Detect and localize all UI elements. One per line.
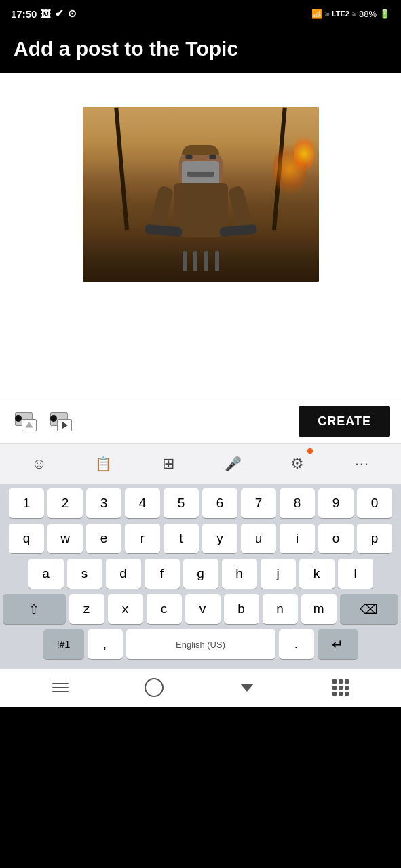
keyboard-row-special: !#1 , English (US) . ↵ xyxy=(3,629,398,659)
images-icon xyxy=(15,411,37,433)
keyboard: 1 2 3 4 5 6 7 8 9 0 q w e r t y u i o p … xyxy=(0,484,401,669)
key-2[interactable]: 2 xyxy=(47,488,83,518)
key-m[interactable]: m xyxy=(301,594,337,624)
settings-icon xyxy=(290,455,304,473)
content-area xyxy=(0,73,401,399)
page-title: Add a post to the Topic xyxy=(14,37,387,61)
page-header: Add a post to the Topic xyxy=(0,27,401,73)
microphone-button[interactable] xyxy=(218,450,247,478)
status-bar: 17:50 🖼 ✔ ⊙ 📶 ᵢₗₗ LTE2 ᵢₗₗ 88% 🔋 xyxy=(0,0,401,27)
key-7[interactable]: 7 xyxy=(241,488,276,518)
bottom-nav xyxy=(0,669,401,707)
image-container xyxy=(83,107,319,282)
video-button[interactable] xyxy=(46,408,76,435)
key-z[interactable]: z xyxy=(69,594,104,624)
home-icon xyxy=(145,678,164,697)
battery-icon: 🔋 xyxy=(379,9,390,19)
back-icon xyxy=(240,684,254,692)
keyboard-nav-icon xyxy=(332,679,349,696)
space-key[interactable]: English (US) xyxy=(126,629,275,659)
key-x[interactable]: x xyxy=(108,594,143,624)
key-v[interactable]: v xyxy=(185,594,221,624)
clipboard-button[interactable] xyxy=(90,450,118,478)
language-button[interactable] xyxy=(154,450,183,478)
key-t[interactable]: t xyxy=(164,524,199,553)
keyboard-toolbar xyxy=(0,444,401,484)
key-p[interactable]: p xyxy=(357,524,392,553)
enter-key[interactable]: ↵ xyxy=(318,629,358,659)
key-6[interactable]: 6 xyxy=(202,488,237,518)
key-0[interactable]: 0 xyxy=(357,488,392,518)
key-o[interactable]: o xyxy=(318,524,354,553)
emoji-button[interactable] xyxy=(25,450,54,478)
recent-apps-icon xyxy=(52,683,69,692)
keyboard-row-asdf: a s d f g h j k l xyxy=(3,559,398,589)
key-j[interactable]: j xyxy=(261,559,296,589)
key-w[interactable]: w xyxy=(47,524,83,553)
language-icon xyxy=(162,455,174,473)
post-image xyxy=(83,107,319,282)
keyboard-row-zxcv: ⇧ z x c v b n m ⌫ xyxy=(3,594,398,624)
period-key[interactable]: . xyxy=(279,629,314,659)
backspace-key[interactable]: ⌫ xyxy=(340,594,398,624)
more-button[interactable] xyxy=(347,450,376,478)
key-h[interactable]: h xyxy=(222,559,257,589)
key-g[interactable]: g xyxy=(183,559,218,589)
images-button[interactable] xyxy=(11,408,41,435)
wifi-icon: 📶 xyxy=(311,9,322,19)
signal-icon: ᵢₗₗ xyxy=(325,9,329,18)
key-c[interactable]: c xyxy=(147,594,182,624)
create-button[interactable]: CREATE xyxy=(299,406,390,437)
check-icon: ✔ xyxy=(55,7,64,20)
comma-key[interactable]: , xyxy=(88,629,123,659)
key-l[interactable]: l xyxy=(338,559,373,589)
key-a[interactable]: a xyxy=(28,559,64,589)
key-u[interactable]: u xyxy=(241,524,276,553)
microphone-icon xyxy=(225,455,242,473)
recent-apps-button[interactable] xyxy=(43,675,77,700)
key-s[interactable]: s xyxy=(67,559,102,589)
keyboard-row-qwerty: q w e r t y u i o p xyxy=(3,524,398,553)
key-f[interactable]: f xyxy=(145,559,180,589)
lte-label: LTE2 xyxy=(332,9,349,18)
key-q[interactable]: q xyxy=(9,524,44,553)
clipboard-icon xyxy=(95,455,112,473)
photo-icon: 🖼 xyxy=(41,8,51,20)
settings-notification-dot xyxy=(307,448,313,454)
key-9[interactable]: 9 xyxy=(318,488,354,518)
key-e[interactable]: e xyxy=(86,524,121,553)
figure-head xyxy=(178,149,223,186)
settings-button[interactable] xyxy=(283,450,311,478)
key-r[interactable]: r xyxy=(125,524,160,553)
figure-arm-left xyxy=(147,186,174,235)
key-y[interactable]: y xyxy=(202,524,237,553)
figure-arm-right xyxy=(227,186,254,235)
key-4[interactable]: 4 xyxy=(125,488,160,518)
key-8[interactable]: 8 xyxy=(280,488,315,518)
status-right: 📶 ᵢₗₗ LTE2 ᵢₗₗ 88% 🔋 xyxy=(311,9,390,19)
status-time: 17:50 xyxy=(11,8,37,20)
shift-key[interactable]: ⇧ xyxy=(3,594,66,624)
more-icon xyxy=(355,455,369,473)
key-3[interactable]: 3 xyxy=(86,488,121,518)
key-b[interactable]: b xyxy=(224,594,259,624)
scene-figure xyxy=(147,149,255,264)
key-1[interactable]: 1 xyxy=(9,488,44,518)
camera-icon: ⊙ xyxy=(68,7,77,20)
post-toolbar: CREATE xyxy=(0,399,401,444)
key-k[interactable]: k xyxy=(299,559,335,589)
emoji-icon xyxy=(31,455,46,473)
symbols-key[interactable]: !#1 xyxy=(43,629,84,659)
keyboard-row-numbers: 1 2 3 4 5 6 7 8 9 0 xyxy=(3,488,398,518)
toolbar-icons xyxy=(11,408,290,435)
status-left: 17:50 🖼 ✔ ⊙ xyxy=(11,7,77,20)
battery-percent: 88% xyxy=(359,9,377,19)
home-button[interactable] xyxy=(137,675,171,700)
keyboard-nav-button[interactable] xyxy=(324,675,358,700)
key-n[interactable]: n xyxy=(263,594,298,624)
key-5[interactable]: 5 xyxy=(164,488,199,518)
signal2-icon: ᵢₗₗ xyxy=(352,9,356,18)
back-button[interactable] xyxy=(230,675,264,700)
key-d[interactable]: d xyxy=(106,559,141,589)
key-i[interactable]: i xyxy=(280,524,315,553)
